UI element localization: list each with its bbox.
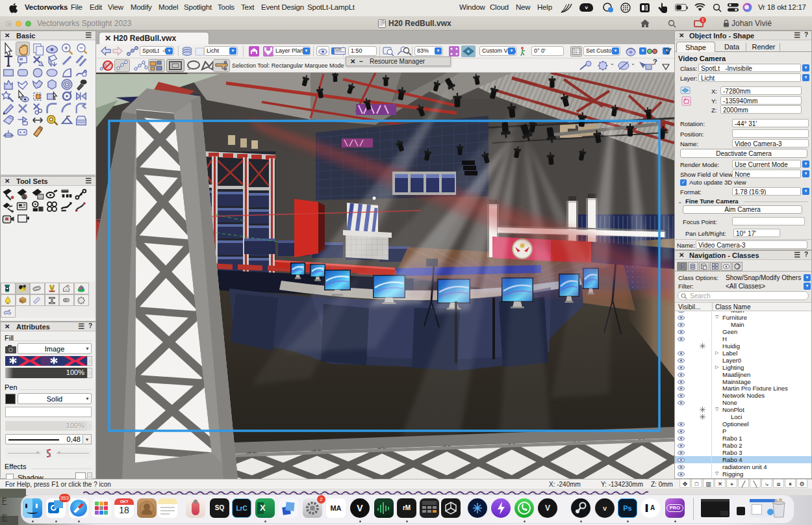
svg-text:5285: 5285 (335, 48, 342, 51)
